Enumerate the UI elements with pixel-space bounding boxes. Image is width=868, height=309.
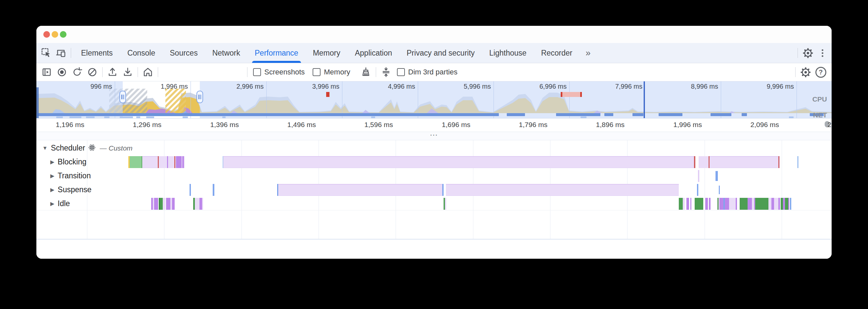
- track-event-bar[interactable]: [729, 198, 736, 210]
- selection-handle-left[interactable]: [119, 91, 126, 103]
- track-event-bar[interactable]: [142, 156, 158, 168]
- overview-strip[interactable]: 996 ms1,996 ms2,996 ms3,996 ms4,996 ms5,…: [36, 82, 832, 118]
- dim-3rd-parties-toggle[interactable]: Dim 3rd parties: [397, 68, 465, 76]
- track-event-bar[interactable]: [790, 198, 791, 210]
- clear-recording-icon[interactable]: [85, 64, 100, 80]
- track-event-bar[interactable]: [697, 184, 698, 196]
- selection-handle-right[interactable]: [196, 91, 203, 103]
- track-event-bar[interactable]: [779, 156, 780, 168]
- screenshots-checkbox[interactable]: [253, 68, 261, 76]
- track-event-bar[interactable]: [719, 186, 720, 194]
- tab-lighthouse[interactable]: Lighthouse: [482, 43, 534, 63]
- track-event-bar[interactable]: [699, 156, 709, 168]
- kebab-menu-icon[interactable]: [815, 45, 830, 60]
- track-event-bar[interactable]: [130, 156, 142, 168]
- panel-settings-gear-icon[interactable]: [798, 64, 813, 80]
- track-event-bar[interactable]: [195, 198, 199, 210]
- tab-memory[interactable]: Memory: [306, 43, 348, 63]
- track-event-bar[interactable]: [740, 198, 748, 210]
- toggle-sidebar-icon[interactable]: [39, 64, 54, 80]
- home-live-metrics-icon[interactable]: [140, 64, 155, 80]
- expand-triangle-icon[interactable]: ▶: [50, 187, 54, 192]
- upload-profile-icon[interactable]: [105, 64, 120, 80]
- track-event-bar[interactable]: [774, 198, 778, 210]
- track-event-bar[interactable]: [771, 198, 774, 210]
- track-event-bar[interactable]: [442, 184, 443, 196]
- track-event-bar[interactable]: [752, 198, 754, 210]
- track-row-idle[interactable]: ▶Idle: [50, 199, 70, 208]
- track-event-bar[interactable]: [154, 198, 158, 210]
- track-event-bar[interactable]: [705, 198, 708, 210]
- minimize-window-button[interactable]: [52, 31, 58, 38]
- tab-elements[interactable]: Elements: [74, 43, 120, 63]
- close-window-button[interactable]: [43, 31, 50, 38]
- collect-garbage-icon[interactable]: [358, 64, 373, 80]
- track-event-bar[interactable]: [190, 184, 191, 196]
- track-event-bar[interactable]: [755, 198, 769, 210]
- track-event-bar[interactable]: [686, 198, 689, 210]
- memory-toggle[interactable]: Memory: [313, 68, 358, 76]
- tab-privacy-and-security[interactable]: Privacy and security: [399, 43, 482, 63]
- track-event-bar[interactable]: [223, 156, 694, 168]
- more-tabs-button[interactable]: »: [580, 48, 596, 58]
- tab-console[interactable]: Console: [120, 43, 162, 63]
- track-event-bar[interactable]: [725, 198, 729, 210]
- track-row-blocking[interactable]: ▶Blocking: [50, 157, 86, 166]
- track-event-bar[interactable]: [769, 198, 771, 210]
- track-event-bar[interactable]: [690, 198, 691, 210]
- track-event-bar[interactable]: [797, 156, 799, 168]
- track-event-bar[interactable]: [683, 198, 685, 210]
- dim-3rd-parties-checkbox[interactable]: [397, 68, 405, 76]
- track-event-bar[interactable]: [778, 198, 780, 210]
- download-profile-icon[interactable]: [120, 64, 135, 80]
- track-event-bar[interactable]: [748, 198, 752, 210]
- track-event-bar[interactable]: [785, 198, 788, 210]
- maximize-window-button[interactable]: [60, 31, 66, 38]
- compress-timeline-icon[interactable]: [378, 64, 394, 80]
- tab-application[interactable]: Application: [348, 43, 400, 63]
- track-event-bar[interactable]: [160, 198, 163, 210]
- track-event-bar[interactable]: [781, 198, 783, 210]
- memory-checkbox[interactable]: [313, 68, 320, 76]
- expand-triangle-icon[interactable]: ▶: [50, 201, 54, 207]
- reload-and-record-icon[interactable]: [69, 64, 85, 80]
- track-event-bar[interactable]: [278, 184, 442, 196]
- collapse-triangle-icon[interactable]: ▼: [42, 145, 48, 151]
- track-event-bar[interactable]: [788, 198, 789, 210]
- inspect-element-icon[interactable]: [39, 45, 54, 60]
- track-event-bar[interactable]: [168, 156, 174, 168]
- track-event-bar[interactable]: [213, 184, 214, 196]
- track-event-bar[interactable]: [679, 198, 683, 210]
- track-event-bar[interactable]: [694, 156, 695, 168]
- track-event-bar[interactable]: [736, 198, 737, 210]
- settings-gear-icon[interactable]: [801, 45, 815, 60]
- track-event-bar[interactable]: [695, 198, 703, 210]
- tab-network[interactable]: Network: [205, 43, 247, 63]
- help-icon[interactable]: ?: [813, 64, 828, 80]
- track-event-bar[interactable]: [698, 170, 699, 182]
- expand-triangle-icon[interactable]: ▶: [50, 159, 54, 165]
- flame-chart-area[interactable]: ▼Scheduler— Custom▶Blocking▶Transition▶S…: [36, 140, 832, 239]
- track-event-bar[interactable]: [710, 156, 778, 168]
- track-event-bar[interactable]: [709, 198, 711, 210]
- track-event-bar[interactable]: [172, 198, 175, 210]
- tab-sources[interactable]: Sources: [162, 43, 205, 63]
- track-event-bar[interactable]: [163, 198, 165, 210]
- track-event-bar[interactable]: [184, 156, 185, 168]
- screenshots-toggle[interactable]: Screenshots: [253, 68, 313, 76]
- track-event-bar[interactable]: [445, 198, 446, 210]
- track-event-bar[interactable]: [166, 198, 170, 210]
- track-row-transition[interactable]: ▶Transition: [50, 172, 91, 180]
- tab-recorder[interactable]: Recorder: [534, 43, 580, 63]
- track-event-bar[interactable]: [719, 198, 723, 210]
- expand-triangle-icon[interactable]: ▶: [50, 173, 54, 179]
- track-event-bar[interactable]: [202, 198, 203, 210]
- device-toolbar-icon[interactable]: [54, 45, 68, 60]
- track-event-bar[interactable]: [199, 198, 202, 210]
- tab-performance[interactable]: Performance: [247, 43, 306, 63]
- track-event-bar[interactable]: [715, 171, 718, 181]
- panel-splitter-handle[interactable]: ⋯: [36, 132, 832, 140]
- track-group-scheduler[interactable]: ▼Scheduler— Custom: [42, 144, 133, 153]
- track-row-suspense[interactable]: ▶Suspense: [50, 185, 92, 194]
- record-button[interactable]: [54, 64, 69, 80]
